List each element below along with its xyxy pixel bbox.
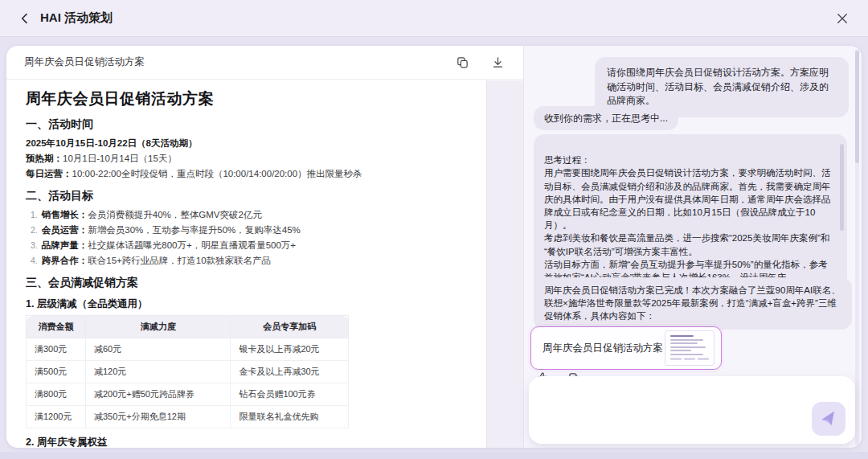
main-area: 周年庆会员日促销活动方案 周年庆会员日促销活动方案 一、活动时间 2025年10… — [6, 46, 862, 448]
subsection-exclusive-benefits: 2. 周年庆专属权益 — [26, 436, 467, 448]
back-button[interactable] — [14, 8, 35, 29]
thinking-scrollbar[interactable] — [840, 144, 844, 231]
table-row: 满1200元减350元+分期免息12期限量联名礼盒优先购 — [27, 406, 349, 428]
document-toolbar-title: 周年庆会员日促销活动方案 — [24, 55, 145, 69]
goals-list: 1.销售增长：会员消费额提升40%，整体GMV突破2亿元 2.会员运营：新增会员… — [31, 207, 467, 268]
top-header: HAI 活动策划 — [0, 0, 868, 37]
bottom-edge — [0, 452, 868, 459]
document-thumbnail — [665, 330, 714, 366]
list-item: 1.销售增长：会员消费额提升40%，整体GMV突破2亿元 — [31, 207, 467, 223]
document-content: 周年庆会员日促销活动方案 一、活动时间 2025年10月15日-10月22日（8… — [6, 80, 486, 448]
table-header: 满减力度 — [85, 316, 230, 338]
assistant-ack-bubble: 收到你的需求，正在思考中... — [534, 106, 678, 130]
section-heading-goals: 二、活动目标 — [26, 189, 467, 203]
chat-input-container — [529, 376, 855, 444]
chat-panel: 请你围绕周年庆会员日促销设计活动方案。方案应明确活动时间、活动目标、会员满减促销… — [524, 46, 862, 448]
download-icon — [491, 55, 505, 69]
send-icon — [819, 409, 838, 428]
close-button[interactable] — [831, 7, 854, 30]
discount-table: 消费金额 满减力度 会员专享加码 满300元减60元银卡及以上再减20元 满50… — [26, 315, 349, 428]
copy-document-button[interactable] — [454, 55, 470, 71]
list-item: 4.跨界合作：联合15+跨行业品牌，打造10款独家联名产品 — [31, 253, 467, 268]
table-row: 满300元减60元银卡及以上再减20元 — [27, 338, 349, 361]
table-row: 满500元减120元金卡及以上再减30元 — [27, 361, 349, 383]
chevron-left-icon — [18, 12, 31, 25]
document-toolbar: 周年庆会员日促销活动方案 — [6, 46, 523, 80]
attachment-card[interactable]: 周年庆会员日促销活动方案 — [530, 326, 722, 370]
list-item: 3.品牌声量：社交媒体话题曝光800万+，明星直播观看量500万+ — [31, 238, 467, 253]
chat-input[interactable] — [540, 384, 804, 436]
document-scrollbar-gutter[interactable] — [486, 80, 523, 448]
send-button[interactable] — [812, 402, 845, 436]
daily-operation: 每日运营：10:00-22:00全时段促销，重点时段（10:00/14:00/2… — [26, 166, 467, 182]
chat-scrollbar[interactable] — [855, 49, 859, 445]
thinking-text: 思考过程： 用户需要围绕周年庆会员日促销设计活动方案，要求明确活动时间、活动目标… — [544, 155, 831, 282]
close-icon — [835, 11, 850, 26]
subsection-tiered-discount: 1. 层级满减（全品类通用） — [26, 297, 467, 311]
page-title: HAI 活动策划 — [40, 10, 113, 26]
activity-date: 2025年10月15日-10月22日（8天活动期） — [26, 136, 467, 151]
attachment-label: 周年庆会员日促销活动方案 — [542, 342, 665, 355]
assistant-result-bubble: 周年庆会员日促销活动方案已完成！本次方案融合了兰蔻90周年AI联名、联想×施华洛… — [534, 277, 852, 330]
warmup-period: 预热期：10月1日-10月14日（15天） — [26, 151, 467, 166]
download-document-button[interactable] — [489, 55, 506, 71]
table-header: 会员专享加码 — [231, 316, 349, 338]
section-heading-time: 一、活动时间 — [26, 117, 467, 132]
table-header: 消费金额 — [27, 316, 86, 338]
chat-scrollbar-thumb[interactable] — [855, 51, 859, 163]
table-row: 满800元减200元+赠50元跨品牌券钻石会员赠100元券 — [27, 383, 349, 406]
copy-icon — [456, 55, 469, 69]
section-heading-promo: 三、会员满减促销方案 — [26, 276, 467, 290]
document-title: 周年庆会员日促销活动方案 — [26, 88, 467, 109]
document-panel: 周年庆会员日促销活动方案 周年庆会员日促销活动方案 一、活动时间 2025年10… — [6, 46, 524, 448]
list-item: 2.会员运营：新增会员30%，互动参与率提升50%，复购率达45% — [31, 223, 467, 238]
